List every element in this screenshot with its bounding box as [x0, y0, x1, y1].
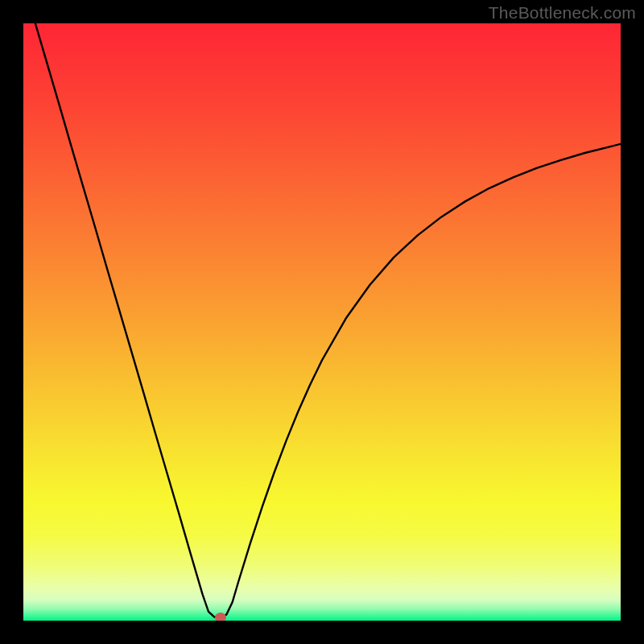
plot-area	[23, 23, 621, 621]
bottleneck-curve	[23, 23, 621, 621]
optimal-point-marker	[215, 613, 226, 621]
watermark-text: TheBottleneck.com	[489, 3, 636, 23]
chart-frame: TheBottleneck.com	[0, 0, 644, 644]
